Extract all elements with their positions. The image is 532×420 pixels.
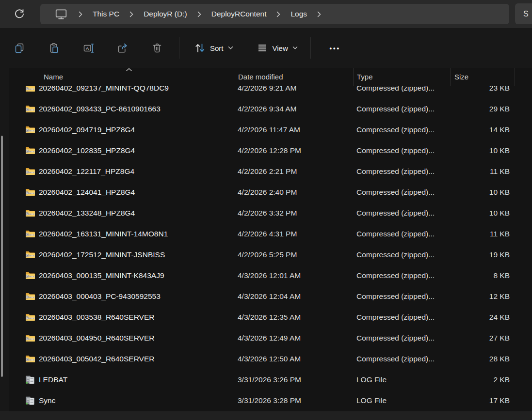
rename-icon: A xyxy=(82,42,95,54)
column-header-name[interactable]: Name xyxy=(9,68,233,86)
file-size: 27 KB xyxy=(450,334,515,342)
file-list: Name Date modified Type Size 20260402_09… xyxy=(9,68,532,411)
log-file-icon xyxy=(25,375,35,384)
file-date-modified: 4/3/2026 12:35 AM xyxy=(233,313,353,322)
file-size: 2 KB xyxy=(450,375,515,384)
sort-button[interactable]: Sort xyxy=(188,38,239,58)
table-row[interactable]: 20260403_000403_PC-9430592553 4/3/2026 1… xyxy=(9,286,532,307)
breadcrumb-item-logs[interactable]: Logs xyxy=(290,10,307,18)
table-row[interactable]: 20260402_133248_HPZ8G4 4/2/2026 3:32 PM … xyxy=(9,202,532,223)
table-row[interactable]: LEDBAT 3/31/2026 3:26 PM LOG File 2 KB xyxy=(9,369,532,390)
vertical-scrollbar[interactable] xyxy=(1,136,3,377)
zip-folder-icon xyxy=(25,105,35,113)
file-size: 28 KB xyxy=(450,355,515,363)
file-name: 20260402_124041_HPZ8G4 xyxy=(39,188,135,197)
chevron-right-icon xyxy=(317,11,321,17)
share-icon xyxy=(117,42,129,54)
file-type: LOG File xyxy=(353,375,450,384)
breadcrumb-item-this-pc[interactable]: This PC xyxy=(93,10,119,18)
file-type: Compressed (zipped)... xyxy=(353,230,450,238)
column-header-type[interactable]: Type xyxy=(353,68,450,86)
table-row[interactable]: Sync 3/31/2026 3:28 PM LOG File 17 KB xyxy=(9,390,532,411)
table-row[interactable]: 20260402_163131_MININT-14MO8N1 4/2/2026 … xyxy=(9,223,532,244)
file-size: 14 KB xyxy=(450,125,515,134)
view-label: View xyxy=(273,44,288,52)
file-name: 20260403_003538_R640SERVER xyxy=(39,313,154,322)
table-row[interactable]: 20260403_005042_R640SERVER 4/3/2026 12:5… xyxy=(9,348,532,369)
chevron-right-icon xyxy=(197,11,201,17)
file-type: Compressed (zipped)... xyxy=(353,292,450,301)
table-row[interactable]: 20260402_124041_HPZ8G4 4/2/2026 2:40 PM … xyxy=(9,182,532,202)
chevron-right-icon xyxy=(129,11,133,17)
file-name: 20260402_133248_HPZ8G4 xyxy=(39,209,135,218)
file-type: Compressed (zipped)... xyxy=(353,209,450,218)
file-date-modified: 3/31/2026 3:26 PM xyxy=(233,375,353,384)
breadcrumb-item-deployr-drive[interactable]: DeployR (D:) xyxy=(144,10,187,18)
this-pc-monitor-icon[interactable] xyxy=(55,8,67,20)
address-bar: This PC DeployR (D:) DeployRContent Logs… xyxy=(0,0,532,28)
rename-button[interactable]: A xyxy=(78,38,99,58)
file-date-modified: 4/2/2026 9:34 AM xyxy=(233,105,353,113)
file-type: Compressed (zipped)... xyxy=(353,250,450,259)
column-header-size[interactable]: Size xyxy=(450,68,515,86)
file-date-modified: 3/31/2026 3:28 PM xyxy=(233,396,353,405)
file-date-modified: 4/2/2026 2:40 PM xyxy=(233,188,353,197)
more-options-button[interactable]: ••• xyxy=(324,38,346,58)
file-name: 20260403_000403_PC-9430592553 xyxy=(39,292,161,301)
breadcrumb[interactable]: This PC DeployR (D:) DeployRContent Logs xyxy=(40,4,509,24)
file-type: Compressed (zipped)... xyxy=(353,271,450,280)
table-row[interactable]: 20260403_000135_MININT-K843AJ9 4/3/2026 … xyxy=(9,265,532,286)
file-type: Compressed (zipped)... xyxy=(353,146,450,155)
file-type: Compressed (zipped)... xyxy=(353,167,450,176)
file-type: Compressed (zipped)... xyxy=(353,188,450,197)
breadcrumb-item-deployrcontent[interactable]: DeployRContent xyxy=(211,10,267,18)
zip-folder-icon xyxy=(25,355,35,363)
chevron-down-icon xyxy=(292,46,298,50)
zip-folder-icon xyxy=(25,334,35,342)
file-type: Compressed (zipped)... xyxy=(353,125,450,134)
search-input[interactable]: S xyxy=(515,3,532,24)
log-file-icon xyxy=(25,396,35,405)
file-name: LEDBAT xyxy=(39,375,67,384)
file-date-modified: 4/2/2026 5:25 PM xyxy=(233,250,353,259)
delete-button[interactable] xyxy=(146,38,168,58)
file-size: 24 KB xyxy=(450,313,515,322)
file-size: 11 KB xyxy=(450,230,515,238)
file-size: 10 KB xyxy=(450,188,515,197)
zip-folder-icon xyxy=(25,125,35,134)
command-bar: A Sort xyxy=(0,28,532,68)
table-row[interactable]: 20260403_004950_R640SERVER 4/3/2026 12:4… xyxy=(9,327,532,348)
refresh-icon xyxy=(14,9,25,19)
file-name: 20260403_000135_MININT-K843AJ9 xyxy=(39,271,164,280)
file-size: 12 KB xyxy=(450,292,515,301)
svg-text:A: A xyxy=(86,46,89,51)
file-size: 8 KB xyxy=(450,271,515,280)
copy-icon xyxy=(14,42,25,54)
refresh-button[interactable] xyxy=(12,7,27,21)
file-date-modified: 4/3/2026 12:04 AM xyxy=(233,292,353,301)
table-row[interactable]: 20260402_172512_MININT-JSNBISS 4/2/2026 … xyxy=(9,244,532,265)
file-date-modified: 4/2/2026 4:31 PM xyxy=(233,230,353,238)
column-headers: Name Date modified Type Size xyxy=(9,68,532,86)
column-header-date-modified[interactable]: Date modified xyxy=(233,68,353,86)
file-type: Compressed (zipped)... xyxy=(353,313,450,322)
file-size: 29 KB xyxy=(450,105,515,113)
chevron-down-icon xyxy=(228,46,233,50)
table-row[interactable]: 20260402_094719_HPZ8G4 4/2/2026 11:47 AM… xyxy=(9,119,532,140)
file-type: Compressed (zipped)... xyxy=(353,105,450,113)
table-row[interactable]: 20260402_093433_PC-8610901663 4/2/2026 9… xyxy=(9,98,532,119)
file-name: 20260403_005042_R640SERVER xyxy=(39,355,154,363)
share-button[interactable] xyxy=(112,38,133,58)
table-row[interactable]: 20260402_102835_HPZ8G4 4/2/2026 12:28 PM… xyxy=(9,140,532,161)
paste-button[interactable] xyxy=(43,38,64,58)
zip-folder-icon xyxy=(25,209,35,218)
view-button[interactable]: View xyxy=(251,38,304,58)
toolbar-divider xyxy=(179,37,179,59)
status-bar xyxy=(0,411,532,420)
file-size: 17 KB xyxy=(450,396,515,405)
paste-icon xyxy=(48,42,60,54)
table-row[interactable]: 20260403_003538_R640SERVER 4/3/2026 12:3… xyxy=(9,307,532,327)
file-size: 11 KB xyxy=(450,167,515,176)
copy-button[interactable] xyxy=(9,38,30,58)
table-row[interactable]: 20260402_122117_HPZ8G4 4/2/2026 2:21 PM … xyxy=(9,161,532,182)
